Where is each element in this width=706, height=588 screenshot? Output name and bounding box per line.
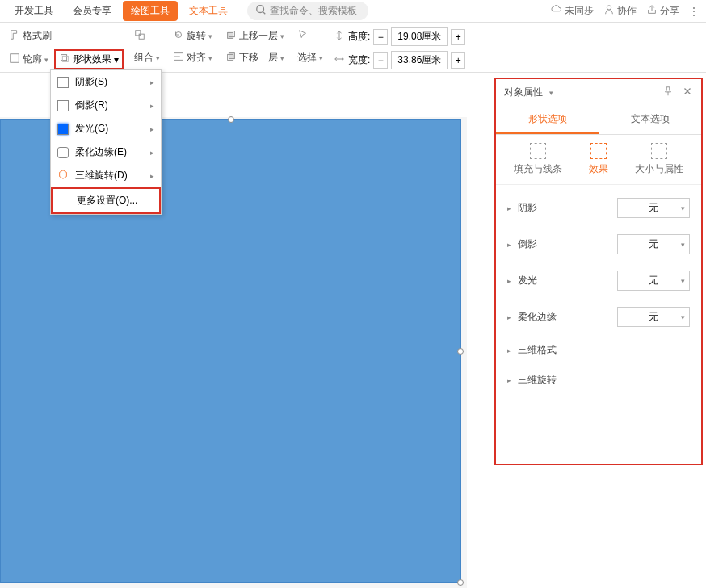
height-icon <box>334 30 345 44</box>
sync-label: 未同步 <box>565 4 594 18</box>
tab-dev-tools[interactable]: 开发工具 <box>6 1 61 21</box>
panel-tab-text[interactable]: 文本选项 <box>599 106 701 134</box>
share-button[interactable]: 分享 <box>646 4 679 18</box>
svg-rect-4 <box>61 55 67 61</box>
brush-icon <box>9 29 20 43</box>
effect-icon <box>59 52 70 66</box>
pin-icon[interactable] <box>662 86 674 99</box>
height-decrease[interactable]: − <box>373 29 388 45</box>
svg-rect-6 <box>136 31 141 36</box>
menu-glow[interactable]: 发光(G)▸ <box>51 117 161 141</box>
rotate-icon <box>173 29 184 43</box>
subtab-effect[interactable]: 效果 <box>589 143 608 176</box>
soft-edge-value: 无 <box>649 310 658 324</box>
reflection-select[interactable]: 无▾ <box>617 234 690 254</box>
height-input[interactable]: 19.08厘米 <box>391 27 448 46</box>
align-icon <box>173 51 184 65</box>
menu-shadow[interactable]: 阴影(S)▸ <box>51 70 161 94</box>
move-up-button[interactable]: 上移一层▾ <box>223 27 287 44</box>
prop-3d-rotate-label: 三维旋转 <box>518 373 557 387</box>
resize-handle-top[interactable] <box>228 116 234 123</box>
shape-effect-label: 形状效果 <box>73 52 111 66</box>
width-decrease[interactable]: − <box>373 52 388 69</box>
subtab-size[interactable]: 大小与属性 <box>635 143 683 176</box>
expand-arrow-icon: ▸ <box>507 241 511 249</box>
collab-button[interactable]: 协作 <box>603 4 637 18</box>
outline-button[interactable]: 轮廓▾ <box>6 49 51 69</box>
prop-3d-rotate[interactable]: ▸三维旋转 <box>496 365 701 395</box>
prop-shadow-label: 阴影 <box>518 201 537 215</box>
width-value: 33.86厘米 <box>397 53 441 67</box>
height-value: 19.08厘米 <box>397 30 441 44</box>
menu-more-settings[interactable]: 更多设置(O)... <box>51 187 161 214</box>
share-icon <box>646 4 658 18</box>
group-button[interactable]: 组合▾ <box>132 49 162 66</box>
glow-select[interactable]: 无▾ <box>617 271 690 291</box>
width-increase[interactable]: + <box>451 52 465 69</box>
share-label: 分享 <box>660 4 679 18</box>
submenu-arrow-icon: ▸ <box>150 125 154 133</box>
menu-3d-rotate-label: 三维旋转(D) <box>75 169 128 183</box>
resize-handle-br[interactable] <box>457 579 464 586</box>
user-icon <box>603 4 615 18</box>
expand-arrow-icon: ▸ <box>507 313 511 321</box>
outline-label: 轮廓 <box>23 52 42 66</box>
chevron-down-icon: ▾ <box>681 277 685 285</box>
reflection-icon <box>57 100 69 111</box>
search-box[interactable]: 查找命令、搜索模板 <box>247 2 368 20</box>
rotate-button[interactable]: 旋转▾ <box>170 27 215 44</box>
prop-reflection[interactable]: ▸倒影无▾ <box>496 226 701 262</box>
format-painter-label: 格式刷 <box>23 29 52 43</box>
outline-icon <box>9 52 20 66</box>
expand-arrow-icon: ▸ <box>507 277 511 285</box>
width-label: 宽度: <box>348 53 370 67</box>
tab-vip[interactable]: 会员专享 <box>65 1 120 21</box>
tab-drawing-tools[interactable]: 绘图工具 <box>123 1 178 21</box>
search-icon <box>255 4 267 18</box>
svg-rect-13 <box>229 53 234 59</box>
panel-tab-shape[interactable]: 形状选项 <box>496 106 599 134</box>
sync-status[interactable]: 未同步 <box>551 4 594 18</box>
width-input[interactable]: 33.86厘米 <box>391 51 448 69</box>
subtab-fill[interactable]: 填充与线条 <box>514 143 562 176</box>
align-button[interactable]: 对齐▾ <box>170 49 215 66</box>
svg-rect-5 <box>62 56 68 61</box>
prop-3d-format[interactable]: ▸三维格式 <box>496 335 701 365</box>
search-placeholder: 查找命令、搜索模板 <box>270 4 357 18</box>
close-icon[interactable] <box>682 86 693 99</box>
prop-shadow[interactable]: ▸阴影无▾ <box>496 190 701 226</box>
menu-reflection[interactable]: 倒影(R)▸ <box>51 94 161 117</box>
select-button[interactable]: 选择▾ <box>295 49 326 66</box>
submenu-arrow-icon: ▸ <box>150 102 154 110</box>
format-painter-button[interactable]: 格式刷 <box>6 27 54 44</box>
menu-soft-edge[interactable]: 柔化边缘(E)▸ <box>51 141 161 164</box>
chevron-down-icon[interactable]: ▾ <box>549 89 553 97</box>
fill-icon <box>530 143 546 159</box>
prop-soft-edge[interactable]: ▸柔化边缘无▾ <box>496 299 701 335</box>
resize-handle-right[interactable] <box>457 348 464 355</box>
height-increase[interactable]: + <box>451 29 465 45</box>
shadow-value: 无 <box>649 201 658 215</box>
chevron-down-icon: ▾ <box>681 204 685 212</box>
subtab-effect-label: 效果 <box>589 162 608 176</box>
svg-rect-7 <box>139 34 144 39</box>
tab-text-tools[interactable]: 文本工具 <box>181 1 236 21</box>
group-label: 组合 <box>134 51 153 65</box>
prop-reflection-label: 倒影 <box>518 237 537 251</box>
shape-effect-button[interactable]: 形状效果▾ <box>54 49 124 69</box>
menu-soft-edge-label: 柔化边缘(E) <box>75 145 127 159</box>
prop-glow[interactable]: ▸发光无▾ <box>496 262 701 299</box>
menu-3d-rotate[interactable]: 三维旋转(D)▸ <box>51 164 161 187</box>
glow-value: 无 <box>649 274 658 288</box>
group-icon-button[interactable] <box>132 27 148 44</box>
move-down-button[interactable]: 下移一层▾ <box>223 49 287 66</box>
select-label: 选择 <box>297 51 317 65</box>
expand-arrow-icon: ▸ <box>507 204 511 212</box>
more-menu[interactable]: ⋮ <box>689 6 700 17</box>
prop-3d-format-label: 三维格式 <box>518 343 557 357</box>
soft-edge-select[interactable]: 无▾ <box>617 307 690 327</box>
select-icon-button[interactable] <box>295 27 311 44</box>
shadow-select[interactable]: 无▾ <box>617 198 690 218</box>
layer-down-icon <box>225 51 237 65</box>
cloud-icon <box>551 4 562 18</box>
